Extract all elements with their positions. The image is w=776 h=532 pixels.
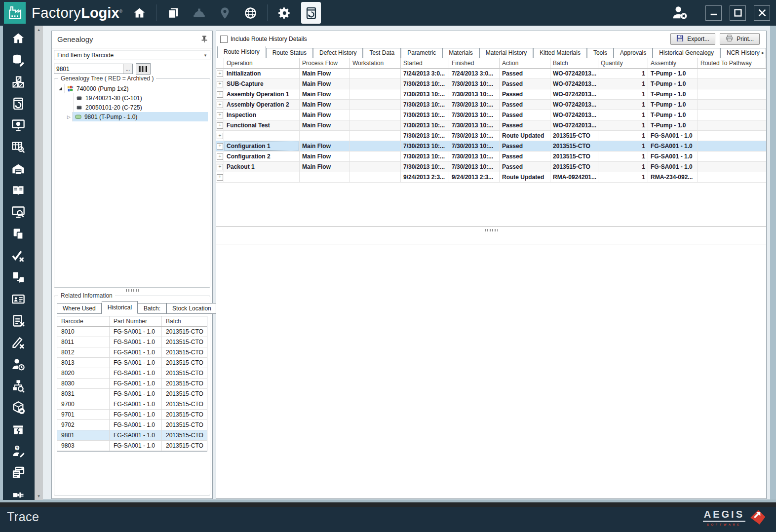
table-row[interactable]: +Assembly Operation 2Main Flow7/30/2013 … (216, 100, 766, 110)
trace-tool-icon[interactable] (301, 2, 321, 24)
column-header-started[interactable]: Started (401, 58, 449, 69)
tab-materials[interactable]: Materials (442, 48, 479, 58)
panel-splitter[interactable] (52, 289, 212, 292)
related-row[interactable]: 8031FG-SA001 - 1.02013515-CTO (57, 389, 207, 399)
tab-approvals[interactable]: Approvals (614, 48, 653, 58)
find-mode-dropdown[interactable]: Find Item by Barcode ▾ (54, 50, 210, 60)
sidebar-check-x-icon[interactable] (11, 249, 26, 263)
related-row[interactable]: 8010FG-SA001 - 1.02013515-CTO (57, 327, 207, 337)
expand-plus-icon[interactable]: + (217, 174, 223, 181)
related-row[interactable]: 8020FG-SA001 - 1.02013515-CTO (57, 368, 207, 379)
tab-material-history[interactable]: Material History (479, 48, 533, 58)
sidebar-box-damaged-icon[interactable] (11, 422, 26, 436)
export-button[interactable]: Export... (670, 33, 715, 45)
tab-historical-genealogy[interactable]: Historical Genealogy (653, 48, 720, 58)
table-row[interactable]: +Configuration 2Main Flow7/30/2013 10:..… (216, 152, 766, 162)
sidebar-home-icon[interactable] (11, 32, 26, 45)
related-row[interactable]: 8011FG-SA001 - 1.02013515-CTO (57, 337, 207, 347)
tab-route-history[interactable]: Route History (217, 46, 266, 58)
expand-plus-icon[interactable]: + (217, 81, 223, 87)
column-header-action[interactable]: Action (500, 58, 550, 69)
scroll-down-icon[interactable]: ▾ (35, 494, 43, 498)
table-row[interactable]: +Assembly Operation 1Main Flow7/30/2013 … (216, 89, 766, 100)
tab-scroll-right-icon[interactable]: ▸ (762, 50, 764, 55)
sidebar-book-open-icon[interactable] (11, 184, 26, 197)
sidebar-plug-icon[interactable] (11, 488, 26, 500)
detail-splitter[interactable] (216, 227, 766, 234)
column-header-batch[interactable]: Batch (550, 58, 598, 69)
related-tab-where-used[interactable]: Where Used (57, 303, 102, 314)
related-row[interactable]: 8012FG-SA001 - 1.02013515-CTO (57, 347, 207, 358)
tree-item[interactable]: 740000 (Pump 1x2) (56, 84, 208, 93)
settings-gear-icon[interactable] (275, 4, 293, 22)
globe-icon[interactable] (241, 4, 259, 22)
sidebar-person-clock-icon[interactable] (11, 357, 26, 371)
barcode-search-input[interactable] (54, 64, 123, 74)
table-row[interactable]: +InitializationMain Flow7/24/2013 3:0...… (216, 69, 766, 79)
scroll-up-icon[interactable]: ▴ (35, 27, 43, 32)
expand-plus-icon[interactable]: + (217, 133, 223, 139)
sidebar-data-edit-icon[interactable] (11, 53, 26, 67)
expand-plus-icon[interactable]: + (217, 153, 223, 160)
pin-icon[interactable] (200, 35, 208, 43)
barcode-scan-button[interactable] (136, 63, 151, 75)
expand-plus-icon[interactable]: + (217, 112, 223, 118)
tab-test-data[interactable]: Test Data (363, 48, 401, 58)
tab-defect-history[interactable]: Defect History (313, 48, 363, 58)
related-row[interactable]: 9803FG-SA001 - 1.02013515-CTO (57, 441, 207, 451)
close-button[interactable] (754, 5, 770, 21)
sidebar-clipboard-x-icon[interactable] (11, 314, 26, 328)
related-tab-historical[interactable]: Historical (102, 301, 138, 314)
expand-plus-icon[interactable]: + (217, 143, 223, 150)
tab-tools[interactable]: Tools (587, 48, 614, 58)
related-row[interactable]: 9702FG-SA001 - 1.02013515-CTO (57, 420, 207, 430)
sidebar-ruler-x-icon[interactable] (11, 336, 26, 349)
sidebar-blocks-icon[interactable] (11, 75, 26, 89)
table-row[interactable]: +9/24/2013 2:3...9/24/2013 2:3...Route U… (216, 172, 766, 183)
sidebar-monitor-search-icon[interactable] (11, 205, 26, 219)
sidebar-scrollbar[interactable]: ▴ ▾ (35, 26, 43, 500)
minimize-button[interactable] (705, 5, 722, 21)
sidebar-id-card-icon[interactable] (11, 292, 26, 306)
sidebar-dashboard-icon[interactable] (11, 118, 26, 132)
column-header-operation[interactable]: Operation (224, 58, 300, 69)
sidebar-flow-search-icon[interactable] (11, 379, 26, 393)
maximize-button[interactable] (730, 5, 746, 21)
column-header-workstation[interactable]: Workstation (350, 58, 401, 69)
table-row[interactable]: +Functional TestMain Flow7/30/2013 10:..… (216, 120, 766, 131)
tree-item[interactable]: 20050101-20 (C-725) (56, 103, 208, 112)
tab-route-status[interactable]: Route Status (266, 48, 313, 58)
tree-item[interactable]: 19740021-30 (C-101) (56, 93, 208, 103)
sidebar-transfer-icon[interactable] (11, 270, 26, 284)
sidebar-warehouse-icon[interactable] (11, 162, 26, 176)
column-header-process-flow[interactable]: Process Flow (300, 58, 350, 69)
expand-plus-icon[interactable]: + (217, 164, 223, 170)
expand-plus-icon[interactable]: + (217, 71, 223, 77)
sidebar-pages-icon[interactable] (11, 227, 26, 241)
expand-plus-icon[interactable]: + (217, 91, 223, 98)
browse-ellipsis-button[interactable]: ... (123, 64, 132, 74)
table-row[interactable]: +SUB-CaptureMain Flow7/30/2013 10:...7/3… (216, 79, 766, 89)
column-header-routed-to-pathway[interactable]: Routed To Pathway (698, 58, 766, 69)
sidebar-cube-arrow-icon[interactable] (11, 401, 26, 415)
tree-item[interactable]: ▷9801 (T-Pump - 1.0) (56, 112, 208, 121)
home-icon[interactable] (130, 4, 148, 22)
column-header-finished[interactable]: Finished (449, 58, 500, 69)
tab-kitted-materials[interactable]: Kitted Materials (533, 48, 587, 58)
table-row[interactable]: +InspectionMain Flow7/30/2013 10:...7/30… (216, 110, 766, 120)
table-row[interactable]: +Packout 1Main Flow7/30/2013 10:...7/30/… (216, 162, 766, 172)
related-tab-stock-location[interactable]: Stock Location (166, 303, 217, 314)
print-button[interactable]: Print... (720, 33, 760, 45)
sidebar-table-search-icon[interactable] (11, 140, 26, 154)
related-row[interactable]: 9701FG-SA001 - 1.02013515-CTO (57, 410, 207, 420)
sidebar-person-edit-icon[interactable]: ? (11, 444, 26, 458)
expanded-icon[interactable] (59, 87, 62, 90)
related-tab-batch[interactable]: Batch: (138, 303, 166, 314)
tab-scroll-left-icon[interactable]: ◂ (757, 50, 759, 55)
column-header-quantity[interactable]: Quantity (598, 58, 648, 69)
sidebar-browser-pages-icon[interactable] (11, 466, 26, 480)
sidebar-trace-book-icon[interactable] (11, 97, 26, 111)
column-header-assembly[interactable]: Assembly (648, 58, 698, 69)
table-row[interactable]: +Configuration 1Main Flow7/30/2013 10:..… (216, 141, 766, 152)
related-row[interactable]: 8013FG-SA001 - 1.02013515-CTO (57, 358, 207, 368)
